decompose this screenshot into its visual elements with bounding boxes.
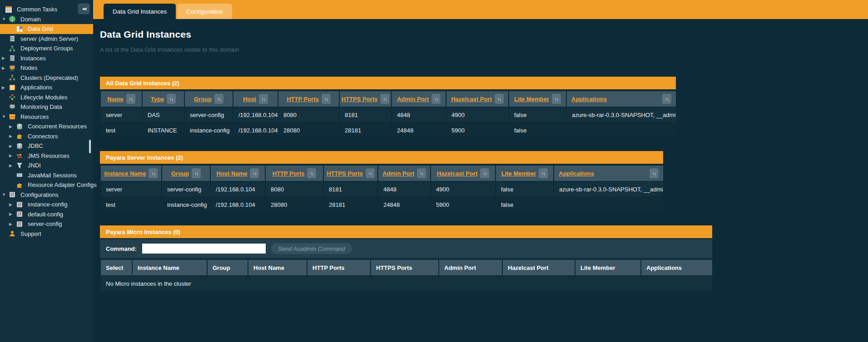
sidebar-item-data-grid[interactable]: Data Grid: [0, 24, 93, 34]
sort-icon[interactable]: ↑↓: [480, 168, 489, 178]
all-data-grid-instances-section: All Data Grid Instances (2) Name↑↓ Type↑…: [100, 77, 676, 138]
table-cell: 28181: [323, 197, 378, 212]
column-sort-link[interactable]: Lite Member: [501, 170, 536, 177]
sidebar-item-concurrent-resources[interactable]: ▶ Concurrent Resources: [0, 122, 93, 132]
sort-icon[interactable]: ↑↓: [417, 168, 426, 178]
sort-icon[interactable]: ↑↓: [432, 94, 441, 104]
tab-data-grid-instances[interactable]: Data Grid Instances: [104, 4, 176, 19]
column-sort-link[interactable]: Host: [243, 96, 256, 103]
caret-right-icon[interactable]: ▶: [9, 153, 16, 158]
section-header: All Data Grid Instances (2): [100, 77, 676, 89]
caret-down-icon[interactable]: ▼: [2, 192, 9, 197]
column-sort-link[interactable]: Name: [107, 96, 123, 103]
sort-icon[interactable]: ↑↓: [552, 94, 561, 104]
sort-icon[interactable]: ↑↓: [126, 94, 135, 104]
sidebar-item-applications[interactable]: ▶ Applications: [0, 83, 93, 93]
caret-right-icon[interactable]: ▶: [9, 124, 16, 129]
sidebar-item-instances[interactable]: ▶ Instances: [0, 54, 93, 64]
column-sort-link[interactable]: Group: [171, 170, 189, 177]
caret-right-icon[interactable]: ▶: [2, 66, 9, 70]
caret-right-icon[interactable]: ▶: [9, 202, 16, 207]
table-cell: 5900: [446, 122, 509, 138]
sidebar-item-configurations[interactable]: ▼ Configurations: [0, 190, 93, 200]
sidebar-item-server-config[interactable]: ▶ server-config: [0, 219, 93, 229]
sidebar-item-javamail-sessions[interactable]: JavaMail Sessions: [0, 171, 93, 181]
table-row: serverDASserver-config/192.168.0.1048080…: [100, 107, 676, 122]
sidebar-item-resource-adapter-configs[interactable]: Resource Adapter Configs: [0, 180, 93, 190]
sliders-icon: [16, 201, 24, 208]
sort-icon[interactable]: ↑↓: [192, 168, 201, 178]
sidebar-item-jndi[interactable]: ▶ JNDI: [0, 161, 93, 171]
sidebar-collapse-button[interactable]: ◀◀: [78, 4, 89, 14]
table-cell: DAS: [142, 107, 184, 122]
caret-right-icon[interactable]: ▶: [9, 222, 16, 226]
sort-icon[interactable]: ↑↓: [259, 94, 268, 104]
asadmin-command-row: Command: Send Asadmin Command: [100, 239, 712, 258]
column-sort-link[interactable]: Hazelcast Port: [451, 96, 492, 103]
sidebar-item-lifecycle-modules[interactable]: Lifecycle Modules: [0, 93, 93, 103]
column-sort-link[interactable]: Instance Name: [104, 170, 146, 177]
sidebar-item-nodes[interactable]: ▶ Nodes: [0, 63, 93, 73]
caret-right-icon[interactable]: ▶: [9, 144, 16, 148]
table-cell: false: [496, 197, 554, 212]
sort-icon[interactable]: ↑↓: [650, 168, 659, 178]
caret-right-icon[interactable]: ▶: [9, 163, 16, 168]
caret-down-icon[interactable]: ▼: [2, 114, 9, 119]
sliders-icon: [16, 221, 24, 227]
sort-icon[interactable]: ↑↓: [322, 94, 331, 104]
column-sort-link[interactable]: Lite Member: [514, 96, 549, 103]
column-sort-link[interactable]: Applications: [571, 96, 607, 103]
sort-icon[interactable]: ↑↓: [495, 94, 504, 104]
collapse-icon: ◀◀: [82, 7, 85, 11]
table-row: testinstance-config/192.168.0.1042808028…: [100, 197, 664, 212]
caret-right-icon[interactable]: ▶: [2, 85, 9, 90]
caret-right-icon[interactable]: ▶: [9, 212, 16, 216]
sidebar-item-instance-config[interactable]: ▶ instance-config: [0, 200, 93, 210]
caret-down-icon[interactable]: ▼: [2, 17, 9, 21]
sidebar-item-domain[interactable]: ▼ Domain: [0, 15, 93, 24]
sidebar-item-default-config[interactable]: ▶ default-config: [0, 210, 93, 220]
column-sort-link[interactable]: Admin Port: [382, 170, 414, 177]
column-sort-link[interactable]: Type: [151, 96, 164, 103]
sort-icon[interactable]: ↑↓: [307, 168, 316, 178]
sidebar-item-server-admin[interactable]: server (Admin Server): [0, 34, 93, 44]
sidebar-scrollbar[interactable]: [89, 140, 91, 153]
sidebar-item-connectors[interactable]: ▶ Connectors: [0, 132, 93, 142]
table-row: serverserver-config/192.168.0.1048080818…: [100, 181, 664, 197]
sidebar-item-jms-resources[interactable]: ▶ JMS Resources: [0, 151, 93, 161]
sort-icon[interactable]: ↑↓: [250, 168, 259, 178]
column-sort-link[interactable]: HTTP Ports: [287, 96, 319, 103]
column-sort-link[interactable]: Hazelcast Port: [437, 170, 478, 177]
sort-icon[interactable]: ↑↓: [662, 94, 671, 104]
table-cell: server-config: [184, 107, 233, 122]
sidebar-item-deployment-groups[interactable]: Deployment Groups: [0, 44, 93, 54]
sidebar-item-jdbc[interactable]: ▶ JDBC: [0, 141, 93, 151]
column-sort-link[interactable]: Applications: [559, 170, 594, 177]
main-content: Data Grid Instances Configuration Data G…: [93, 0, 868, 342]
column-sort-link[interactable]: HTTPS Ports: [342, 96, 377, 103]
sort-icon[interactable]: ↑↓: [214, 94, 223, 104]
sort-icon[interactable]: ↑↓: [149, 168, 158, 178]
column-header: Instance Name: [132, 259, 207, 276]
table-cell: 8181: [339, 107, 392, 122]
send-asadmin-command-button[interactable]: Send Asadmin Command: [271, 243, 352, 254]
sidebar-item-resources[interactable]: ▼ Resources: [0, 112, 93, 122]
column-sort-link[interactable]: Host Name: [217, 170, 248, 177]
caret-right-icon[interactable]: ▶: [9, 134, 16, 138]
sort-icon[interactable]: ↑↓: [539, 168, 548, 178]
sort-icon[interactable]: ↑↓: [366, 168, 375, 178]
sidebar-item-monitoring-data[interactable]: Monitoring Data: [0, 102, 93, 112]
table-cell: 28080: [265, 197, 323, 212]
sort-icon[interactable]: ↑↓: [380, 94, 389, 104]
column-sort-link[interactable]: Group: [194, 96, 212, 103]
column-sort-link[interactable]: HTTP Ports: [273, 170, 305, 177]
tab-configuration[interactable]: Configuration: [177, 4, 232, 19]
column-sort-link[interactable]: HTTPS Ports: [327, 170, 362, 177]
sort-icon[interactable]: ↑↓: [167, 94, 176, 104]
sidebar-item-support[interactable]: Support: [0, 229, 93, 239]
column-sort-link[interactable]: Admin Port: [397, 96, 429, 103]
caret-right-icon[interactable]: ▶: [2, 56, 9, 60]
server-instances-table: Instance Name↑↓ Group↑↓ Host Name↑↓ HTTP…: [100, 165, 664, 213]
sidebar-item-clusters[interactable]: Clusters (Deprecated): [0, 73, 93, 83]
command-input[interactable]: [142, 244, 266, 254]
